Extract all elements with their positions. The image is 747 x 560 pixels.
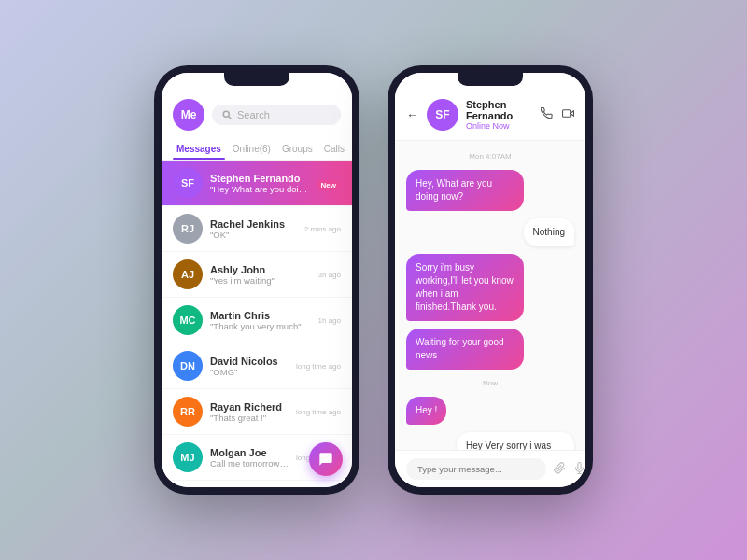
tab-online[interactable]: Online(6) (229, 138, 275, 160)
attachment-icon[interactable] (554, 462, 566, 477)
phone-notch-left (224, 73, 289, 86)
video-icon[interactable] (562, 107, 574, 122)
nav-tabs: Messages Online(6) Groups Calls (162, 138, 352, 161)
contact-name: Rachel Jenkins (210, 218, 297, 230)
message-item[interactable]: DNDavid Nicolos"OMG"long time ago (162, 343, 352, 389)
contact-name: Martin Chris (210, 310, 311, 321)
chat-body: Mon 4:07AMHey, What are you doing now?No… (395, 141, 585, 450)
message-time: 2 mins ago (304, 225, 341, 233)
contact-name: Rayan Richerd (210, 401, 289, 413)
right-phone-screen: ← SF Stephen Fernando Online Now (395, 73, 585, 487)
new-badge: New (317, 180, 341, 190)
message-preview: "Thats great !" (210, 413, 289, 423)
left-phone: Me Search Messages Online(6) Groups Call… (154, 65, 359, 495)
message-preview: "OMG" (210, 367, 289, 377)
message-preview: "Hey What are you doing ?" (210, 184, 309, 194)
svg-rect-3 (563, 110, 571, 118)
chat-input-bar (395, 450, 585, 487)
message-item[interactable]: RJRachel Jenkins"OK"2 mins ago (162, 206, 352, 252)
chat-avatar: SF (427, 99, 458, 131)
back-button[interactable]: ← (406, 107, 419, 122)
svg-marker-2 (571, 111, 574, 116)
right-phone: ← SF Stephen Fernando Online Now (388, 65, 593, 495)
contact-avatar: SF (173, 168, 203, 198)
contact-avatar: RJ (173, 214, 203, 244)
phones-container: Me Search Messages Online(6) Groups Call… (154, 65, 593, 495)
time-label: Now (406, 379, 574, 387)
chat-contact-status: Online Now (466, 121, 533, 131)
contact-name: Ashly John (210, 264, 311, 275)
contact-name: Molgan Joe (210, 447, 289, 458)
sent-bubble: Hey ! (406, 397, 446, 425)
message-time: 3h ago (318, 271, 341, 279)
search-icon (221, 109, 233, 120)
message-content: Stephen Fernando"Hey What are you doing … (210, 173, 309, 194)
phone-notch-right (458, 73, 523, 86)
tab-calls[interactable]: Calls (320, 138, 348, 160)
search-bar[interactable]: Search (212, 105, 341, 125)
time-label: Mon 4:07AM (406, 152, 574, 161)
message-input[interactable] (406, 458, 546, 480)
message-preview: "Thank you very much" (210, 321, 311, 331)
message-item[interactable]: AJAshly John"Yes i'm waiting"3h ago (162, 252, 352, 298)
message-time: 1h ago (318, 316, 341, 325)
sent-bubble: Waiting for your good news (406, 329, 524, 370)
message-list: SFStephen Fernando"Hey What are you doin… (162, 161, 352, 487)
message-content: Rachel Jenkins"OK" (210, 218, 297, 240)
message-preview: "Yes i'm waiting" (210, 275, 311, 286)
message-preview: Call me tomorrow at ... (210, 458, 289, 469)
chat-header-icons (541, 107, 574, 122)
chat-header-info: Stephen Fernando Online Now (466, 99, 533, 131)
contact-avatar: MJ (173, 442, 203, 472)
message-meta: New (317, 175, 341, 191)
message-item[interactable]: MCMartin Chris"Thank you very much"1h ag… (162, 298, 352, 343)
message-meta: 3h ago (318, 271, 341, 279)
contact-avatar: DN (173, 351, 203, 381)
message-preview: "OK" (210, 230, 297, 240)
microphone-icon[interactable] (573, 462, 585, 477)
message-time: long time ago (296, 362, 341, 371)
message-time: long time ago (296, 408, 341, 416)
contact-avatar: AJ (173, 259, 203, 289)
message-item[interactable]: RRRayan Richerd"Thats great !"long time … (162, 389, 352, 435)
message-content: David Nicolos"OMG" (210, 356, 289, 377)
message-meta: long time ago (296, 408, 341, 416)
message-content: Martin Chris"Thank you very much" (210, 310, 311, 331)
contact-name: David Nicolos (210, 356, 289, 367)
received-bubble: Hey Very sorry i was caught up with work… (457, 432, 574, 450)
user-avatar: Me (173, 99, 204, 131)
compose-fab[interactable] (309, 442, 343, 476)
search-placeholder: Search (237, 109, 270, 120)
phone-icon[interactable] (541, 107, 553, 122)
message-item[interactable]: NJNatalie jenkins"Call me"long time ago (162, 481, 352, 487)
contact-avatar: MC (173, 305, 203, 335)
message-content: Ashly John"Yes i'm waiting" (210, 264, 311, 286)
left-phone-screen: Me Search Messages Online(6) Groups Call… (162, 73, 352, 487)
sent-bubble: Sorry i'm busy working,I'll let you know… (406, 254, 524, 321)
svg-line-1 (229, 117, 232, 119)
message-meta: long time ago (296, 362, 341, 371)
tab-messages[interactable]: Messages (173, 138, 225, 160)
message-content: Rayan Richerd"Thats great !" (210, 401, 289, 423)
sent-bubble: Hey, What are you doing now? (406, 170, 524, 211)
chat-contact-name: Stephen Fernando (466, 99, 533, 121)
message-item[interactable]: SFStephen Fernando"Hey What are you doin… (162, 161, 352, 206)
svg-point-0 (223, 111, 229, 117)
received-bubble: Nothing (524, 218, 574, 246)
message-content: Molgan JoeCall me tomorrow at ... (210, 447, 289, 469)
contact-avatar: RR (173, 397, 203, 427)
contact-name: Stephen Fernando (210, 173, 309, 184)
message-meta: 2 mins ago (304, 225, 341, 233)
tab-groups[interactable]: Groups (278, 138, 317, 160)
message-meta: 1h ago (318, 316, 341, 325)
